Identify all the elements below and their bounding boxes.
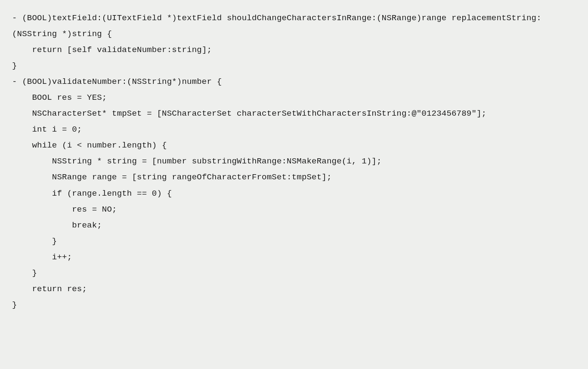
code-line: BOOL res = YES;: [12, 90, 576, 106]
code-line: }: [12, 265, 576, 281]
code-line: }: [12, 297, 576, 313]
code-line: NSRange range = [string rangeOfCharacter…: [12, 169, 576, 185]
code-line: while (i < number.length) {: [12, 138, 576, 154]
code-line: return [self validateNumber:string];: [12, 42, 576, 58]
code-line: if (range.length == 0) {: [12, 186, 576, 202]
code-line: - (BOOL)textField:(UITextField *)textFie…: [12, 10, 576, 42]
code-line: return res;: [12, 281, 576, 297]
code-line: res = NO;: [12, 202, 576, 218]
code-line: }: [12, 58, 576, 74]
code-line: i++;: [12, 249, 576, 265]
code-line: break;: [12, 218, 576, 234]
code-block: - (BOOL)textField:(UITextField *)textFie…: [12, 10, 576, 313]
code-line: - (BOOL)validateNumber:(NSString*)number…: [12, 74, 576, 90]
code-line: NSCharacterSet* tmpSet = [NSCharacterSet…: [12, 106, 576, 122]
code-line: NSString * string = [number substringWit…: [12, 154, 576, 169]
code-line: }: [12, 234, 576, 249]
code-line: int i = 0;: [12, 122, 576, 138]
